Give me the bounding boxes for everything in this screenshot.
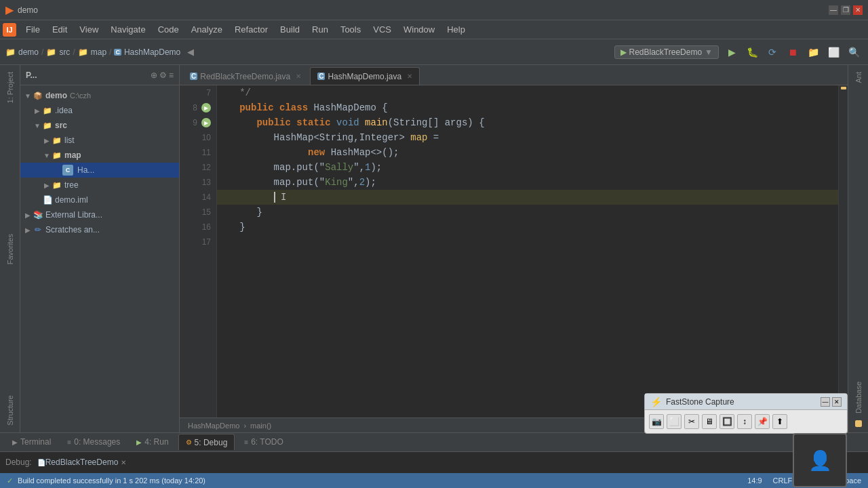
menu-analyze[interactable]: Analyze — [186, 23, 228, 36]
fs-btn-pin[interactable]: 📌 — [755, 414, 770, 429]
favorites-toggle[interactable]: Favorites — [5, 230, 16, 268]
gutter-line-16: 16 — [180, 220, 216, 235]
run-line-8[interactable]: ▶ — [201, 103, 211, 113]
layout-button[interactable]: ⬜ — [825, 43, 842, 61]
menu-navigate[interactable]: Navigate — [105, 23, 151, 36]
fs-btn-window[interactable]: 🔲 — [719, 414, 734, 429]
faststone-content: 📷 ⬜ ✂ 🖥 🔲 ↕ 📌 ⬆ — [645, 410, 847, 433]
project-structure-button[interactable]: 📁 — [804, 43, 822, 61]
fs-btn-crop[interactable]: ✂ — [684, 414, 699, 429]
menu-tools[interactable]: Tools — [335, 23, 366, 36]
tab-rbt[interactable]: C RedBlackTreeDemo.java ✕ — [182, 67, 309, 85]
cursor-position[interactable]: 14:9 — [747, 476, 762, 485]
tab-debug[interactable]: ⚙ 5: Debug — [178, 434, 235, 450]
menu-run[interactable]: Run — [307, 23, 334, 36]
project-panel-title: P... — [26, 70, 37, 80]
menu-code[interactable]: Code — [153, 23, 184, 36]
breadcrumb-class[interactable]: HashMapDemo — [124, 47, 180, 57]
fs-btn-camera[interactable]: 📷 — [649, 414, 664, 429]
debug-tab-label: 5: Debug — [195, 438, 228, 447]
run-button[interactable]: ▶ — [723, 43, 741, 61]
dropdown-icon: ▼ — [705, 47, 713, 57]
tab-rbt-close[interactable]: ✕ — [296, 73, 301, 80]
project-locate-button[interactable]: ⊕ — [151, 70, 157, 80]
tree-item-demo[interactable]: ▼ 📦 demo C:\czh — [20, 88, 179, 103]
terminal-label: Terminal — [20, 437, 51, 447]
tab-bar: C RedBlackTreeDemo.java ✕ C HashMapDemo.… — [180, 65, 848, 85]
menu-edit[interactable]: Edit — [47, 23, 73, 36]
breadcrumb-folder-icon: 📁 — [46, 47, 56, 57]
maximize-button[interactable]: ❐ — [841, 5, 850, 15]
run-config-selector[interactable]: ▶ RedBlackTreeDemo ▼ — [614, 45, 719, 59]
menu-view[interactable]: View — [74, 23, 104, 36]
navigation-back[interactable]: ◀ — [187, 47, 194, 57]
tree-item-hashmapfile[interactable]: ▶ C Ha... — [20, 163, 179, 178]
tree-item-tree[interactable]: ▶ 📁 tree — [20, 178, 179, 192]
fs-btn-upload[interactable]: ⬆ — [772, 414, 787, 429]
menu-refactor[interactable]: Refactor — [229, 23, 273, 36]
fs-btn-scroll[interactable]: ↕ — [737, 414, 752, 429]
database-panel-toggle[interactable]: Database — [853, 378, 864, 418]
debug-button[interactable]: 🐛 — [743, 43, 761, 61]
notification-indicator — [855, 420, 862, 427]
folder-icon-list: 📁 — [52, 135, 62, 146]
tree-item-extlib[interactable]: ▶ 📚 External Libra... — [20, 207, 179, 222]
menu-build[interactable]: Build — [275, 23, 305, 36]
tab-run[interactable]: ▶ 4: Run — [130, 434, 175, 450]
fs-btn-rect[interactable]: ⬜ — [667, 414, 682, 429]
messages-icon: ≡ — [67, 439, 71, 446]
ant-panel-toggle[interactable]: Ant — [853, 68, 864, 87]
breadcrumb-map[interactable]: map — [91, 47, 106, 57]
tab-hmd[interactable]: C HashMapDemo.java ✕ — [310, 67, 420, 85]
breadcrumb-src[interactable]: src — [59, 47, 70, 57]
tab-hmd-icon: C — [317, 73, 325, 80]
fs-btn-screen[interactable]: 🖥 — [702, 414, 717, 429]
faststone-icon: ⚡ — [650, 396, 662, 407]
run-line-9[interactable]: ▶ — [201, 118, 211, 127]
search-everywhere-button[interactable]: 🔍 — [845, 43, 863, 61]
coverage-button[interactable]: ⟳ — [764, 43, 781, 61]
stop-button[interactable]: ⏹ — [784, 43, 802, 61]
minimize-button[interactable]: — — [829, 5, 838, 15]
tab-todo[interactable]: ≡ 6: TODO — [237, 434, 290, 450]
tree-arrow-src: ▼ — [33, 122, 42, 129]
tab-terminal[interactable]: ▶ Terminal — [5, 434, 58, 450]
line-ending[interactable]: CRLF — [773, 476, 793, 485]
tab-messages[interactable]: ≡ 0: Messages — [60, 434, 127, 450]
java-file-icon: C — [62, 165, 73, 176]
faststone-title: FastStone Capture — [666, 397, 734, 407]
tree-item-list[interactable]: ▶ 📁 list — [20, 133, 179, 148]
bottom-tabs: ▶ Terminal ≡ 0: Messages ▶ 4: Run ⚙ 5: D… — [0, 433, 868, 452]
tree-label-demo-path: C:\czh — [70, 92, 91, 100]
menu-window[interactable]: Window — [398, 23, 440, 36]
debug-close-button[interactable]: ✕ — [121, 459, 126, 466]
menu-file[interactable]: File — [20, 23, 45, 36]
tree-item-demolml[interactable]: ▶ 📄 demo.iml — [20, 192, 179, 207]
tree-arrow-scratches: ▶ — [23, 226, 33, 234]
tree-item-idea[interactable]: ▶ 📁 .idea — [20, 103, 179, 118]
tree-item-map[interactable]: ▼ 📁 map — [20, 148, 179, 163]
right-sidebar: Ant Database — [848, 65, 868, 432]
terminal-icon: ▶ — [12, 439, 18, 446]
project-settings-button[interactable]: ⚙ — [159, 70, 167, 80]
breadcrumb-project[interactable]: demo — [18, 47, 39, 57]
tree-arrow-idea: ▶ — [33, 107, 42, 115]
app-icon: IJ — [3, 23, 16, 37]
folder-icon-tree: 📁 — [52, 180, 62, 190]
code-content[interactable]: */ public class HashMapDemo { public sta… — [217, 85, 838, 418]
tree-item-src[interactable]: ▼ 📁 src — [20, 118, 179, 133]
close-button[interactable]: ✕ — [853, 5, 863, 15]
iml-icon: 📄 — [42, 195, 53, 205]
menu-help[interactable]: Help — [441, 23, 471, 36]
tab-hmd-close[interactable]: ✕ — [407, 73, 412, 80]
status-bar: ✓ Build completed successfully in 1 s 20… — [0, 473, 868, 488]
project-collapse-button[interactable]: ≡ — [169, 70, 174, 80]
menu-vcs[interactable]: VCS — [368, 23, 397, 36]
code-line-12: map.put("Sally",1); — [217, 160, 838, 175]
fs-minimize[interactable]: — — [821, 397, 830, 407]
tree-item-scratches[interactable]: ▶ ✏ Scratches an... — [20, 222, 179, 237]
structure-toggle[interactable]: Structure — [5, 391, 16, 430]
gutter-line-13: 13 — [180, 175, 216, 190]
project-panel-toggle[interactable]: 1: Project — [5, 68, 16, 107]
fs-close[interactable]: ✕ — [832, 397, 842, 407]
